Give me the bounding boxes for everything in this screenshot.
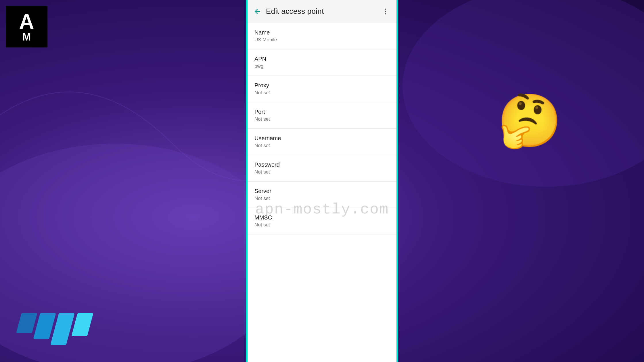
svg-point-2 [385,8,386,9]
setting-item-port[interactable]: PortNot set [248,102,396,129]
setting-value-4: Not set [254,143,390,149]
setting-item-username[interactable]: UsernameNot set [248,129,396,155]
logo-letter-a: A [19,11,34,32]
svg-point-4 [385,13,386,14]
setting-label-1: APN [254,56,390,62]
setting-label-0: Name [254,29,390,36]
setting-value-1: pwg [254,63,390,69]
screen-header: Edit access point [248,0,396,23]
setting-value-5: Not set [254,169,390,175]
setting-label-6: Server [254,188,390,195]
setting-value-2: Not set [254,90,390,96]
page-title: Edit access point [266,7,377,16]
setting-value-6: Not set [254,196,390,201]
accent-bars [13,313,93,345]
thinking-emoji: 🤔 [497,95,561,158]
back-button[interactable] [252,6,262,17]
more-options-button[interactable] [380,6,391,17]
setting-item-password[interactable]: PasswordNot set [248,155,396,182]
accent-bar-2 [33,313,56,339]
setting-item-server[interactable]: ServerNot set [248,182,396,208]
logo-letter-m: M [22,32,31,42]
setting-item-proxy[interactable]: ProxyNot set [248,76,396,102]
phone-screen: Edit access point NameUS MobileAPNpwgPro… [246,0,398,362]
setting-value-3: Not set [254,116,390,122]
setting-item-mmsc[interactable]: MMSCNot set [248,208,396,234]
setting-label-7: MMSC [254,214,390,221]
setting-item-apn[interactable]: APNpwg [248,49,396,76]
setting-value-7: Not set [254,222,390,228]
app-logo: A M [6,6,47,47]
settings-list: NameUS MobileAPNpwgProxyNot setPortNot s… [248,23,396,362]
setting-item-name[interactable]: NameUS Mobile [248,23,396,49]
setting-label-4: Username [254,135,390,142]
svg-point-3 [385,11,386,12]
setting-label-2: Proxy [254,82,390,89]
setting-label-5: Password [254,161,390,168]
setting-label-3: Port [254,109,390,115]
setting-value-0: US Mobile [254,37,390,43]
